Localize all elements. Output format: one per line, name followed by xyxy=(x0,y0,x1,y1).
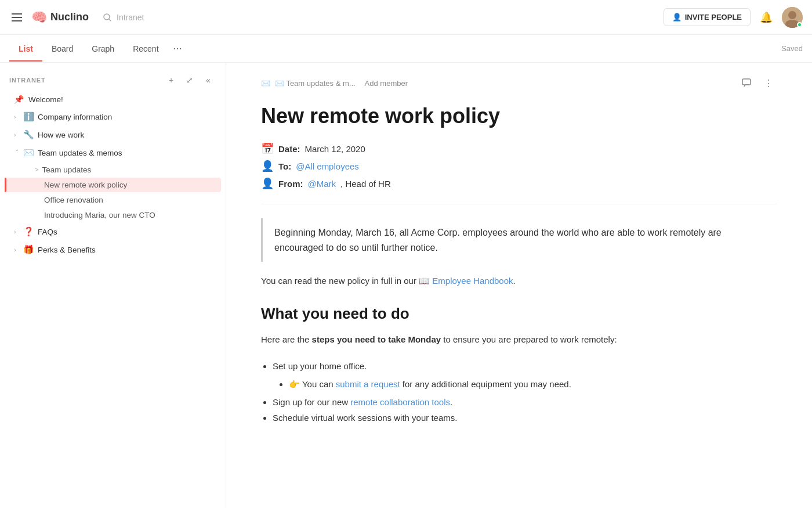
sidebar-introducing-maria-label: Introducing Maria, our new CTO xyxy=(44,211,155,219)
sidebar-title: INTRANET xyxy=(9,77,46,84)
list-item: Schedule virtual work sessions with your… xyxy=(273,410,777,426)
section-heading-what-to-do: What you need to do xyxy=(261,305,777,323)
sidebar-item-introducing-maria[interactable]: Introducing Maria, our new CTO xyxy=(5,208,221,222)
from-link[interactable]: @Mark xyxy=(308,179,336,189)
sidebar-collapse-button[interactable]: « xyxy=(200,72,216,88)
date-icon: 📅 xyxy=(261,142,274,155)
faqs-icon: ❓ xyxy=(23,226,34,237)
sidebar-item-welcome[interactable]: 📌 Welcome! xyxy=(5,91,221,107)
tab-list[interactable]: List xyxy=(9,36,42,62)
doc-actions: ⋮ xyxy=(738,74,777,92)
topbar-left: 🧠 Nuclino Intranet xyxy=(9,9,664,26)
sidebar-item-team-updates[interactable]: > Team updates xyxy=(5,162,221,177)
list-item: Sign up for our new remote collaboration… xyxy=(273,394,777,410)
sidebar-header: INTRANET + ⤢ « xyxy=(0,67,226,91)
logo-icon: 🧠 xyxy=(31,10,47,25)
sidebar-item-perks-benefits[interactable]: › 🎁 Perks & Benefits xyxy=(5,241,221,258)
list-item-3-text: Schedule virtual work sessions with your… xyxy=(273,413,457,423)
svg-point-3 xyxy=(788,11,796,19)
chevron-icon: › xyxy=(14,246,21,253)
sidebar-item-office-renovation[interactable]: Office renovation xyxy=(5,193,221,207)
sidebar-item-faqs[interactable]: › ❓ FAQs xyxy=(5,223,221,240)
sidebar-add-button[interactable]: + xyxy=(163,72,179,88)
sidebar-actions: + ⤢ « xyxy=(163,72,216,88)
tab-more[interactable]: ⋯ xyxy=(168,35,187,62)
sidebar-perks-label: Perks & Benefits xyxy=(38,246,202,254)
breadcrumb[interactable]: ✉️ ✉️ Team updates & m... xyxy=(261,79,356,88)
sidebar-item-company-information[interactable]: › ℹ️ Company information xyxy=(5,108,221,125)
from-field: 👤 From: @Mark , Head of HR xyxy=(261,177,777,190)
topbar: 🧠 Nuclino Intranet 👤 INVITE PEOPLE 🔔 xyxy=(0,0,812,35)
date-value: March 12, 2020 xyxy=(305,144,365,154)
breadcrumb-icon: ✉️ xyxy=(261,79,270,88)
sidebar: INTRANET + ⤢ « 📌 Welcome! › ℹ️ Company i… xyxy=(0,63,226,508)
tab-recent[interactable]: Recent xyxy=(124,36,168,62)
date-label: Date: xyxy=(278,144,300,154)
notification-bell[interactable]: 🔔 xyxy=(760,11,773,24)
search-icon xyxy=(103,13,112,22)
team-updates-icon: ✉️ xyxy=(23,147,34,158)
paragraph-1: You can read the new policy in full in o… xyxy=(261,273,777,289)
document-title: New remote work policy xyxy=(261,103,777,128)
handbook-emoji: 📖 xyxy=(419,276,432,286)
list-item-2-suffix: . xyxy=(450,397,452,407)
logo[interactable]: 🧠 Nuclino xyxy=(31,10,89,25)
sidebar-team-updates-child-label: Team updates xyxy=(42,165,91,174)
invite-label: INVITE PEOPLE xyxy=(685,13,742,21)
document-area: ✉️ ✉️ Team updates & m... Add member ⋮ N… xyxy=(226,63,812,508)
sidebar-item-team-updates-memos[interactable]: › ✉️ Team updates & memos xyxy=(5,144,221,161)
to-icon: 👤 xyxy=(261,160,274,172)
paragraph-1-prefix: You can read the new policy in full in o… xyxy=(261,276,419,286)
tab-graph[interactable]: Graph xyxy=(82,36,124,62)
perks-icon: 🎁 xyxy=(23,244,34,255)
search-bar[interactable]: Intranet xyxy=(96,9,151,26)
sublist: You can submit a request for any additio… xyxy=(273,376,777,392)
sidebar-item-new-remote-work-policy[interactable]: New remote work policy xyxy=(5,178,221,192)
list-item-2-prefix: Sign up for our new xyxy=(273,397,350,407)
sidebar-expand-button[interactable]: ⤢ xyxy=(182,72,198,88)
user-avatar[interactable] xyxy=(782,7,803,28)
sublist-item: You can submit a request for any additio… xyxy=(289,376,777,392)
sidebar-how-we-work-label: How we work xyxy=(38,131,202,139)
ellipsis-icon: ⋮ xyxy=(764,78,774,89)
steps-list: Set up your home office. You can submit … xyxy=(261,358,777,426)
from-icon: 👤 xyxy=(261,177,274,190)
sidebar-faqs-label: FAQs xyxy=(38,228,202,236)
employee-handbook-link[interactable]: 📖 Employee Handbook xyxy=(419,276,513,286)
intro-prefix: Here are the xyxy=(261,334,312,344)
more-options-button[interactable]: ⋮ xyxy=(760,74,777,92)
invite-people-button[interactable]: 👤 INVITE PEOPLE xyxy=(664,8,751,26)
sidebar-new-remote-label: New remote work policy xyxy=(44,181,127,189)
topbar-right: 👤 INVITE PEOPLE 🔔 xyxy=(664,7,803,28)
to-label: To: xyxy=(278,161,291,171)
intro-bold: steps you need to take Monday xyxy=(312,334,441,344)
to-link[interactable]: @All employees xyxy=(296,161,359,171)
list-item-1-text: Set up your home office. xyxy=(273,361,367,371)
tab-board[interactable]: Board xyxy=(42,36,82,62)
saved-label: Saved xyxy=(781,44,803,53)
add-member-button[interactable]: Add member xyxy=(365,79,408,88)
remote-tools-link[interactable]: remote collaboration tools xyxy=(350,397,450,407)
intro-paragraph: Here are the steps you need to take Mond… xyxy=(261,332,777,347)
sidebar-company-info-label: Company information xyxy=(38,113,202,121)
chevron-icon: > xyxy=(35,166,38,173)
logo-text: Nuclino xyxy=(50,11,89,23)
intro-suffix: to ensure you are prepared to work remot… xyxy=(441,334,617,344)
sublist-prefix: You can xyxy=(302,379,336,389)
doc-meta-bar: ✉️ ✉️ Team updates & m... Add member ⋮ xyxy=(261,74,777,92)
comment-icon xyxy=(742,78,751,88)
doc-fields: 📅 Date: March 12, 2020 👤 To: @All employ… xyxy=(261,142,777,190)
chevron-icon: › xyxy=(14,149,21,156)
search-placeholder: Intranet xyxy=(117,13,144,22)
from-suffix: , Head of HR xyxy=(340,179,391,189)
layout: INTRANET + ⤢ « 📌 Welcome! › ℹ️ Company i… xyxy=(0,63,812,508)
breadcrumb-text: ✉️ Team updates & m... xyxy=(275,79,356,88)
how-we-work-icon: 🔧 xyxy=(23,129,34,140)
submit-request-link[interactable]: submit a request xyxy=(336,379,400,389)
sublist-suffix: for any additional equipment you may nee… xyxy=(400,379,571,389)
comments-button[interactable] xyxy=(738,74,755,92)
paragraph-1-suffix: . xyxy=(513,276,516,286)
to-field: 👤 To: @All employees xyxy=(261,160,777,172)
sidebar-item-how-we-work[interactable]: › 🔧 How we work xyxy=(5,126,221,143)
menu-button[interactable] xyxy=(9,11,24,24)
